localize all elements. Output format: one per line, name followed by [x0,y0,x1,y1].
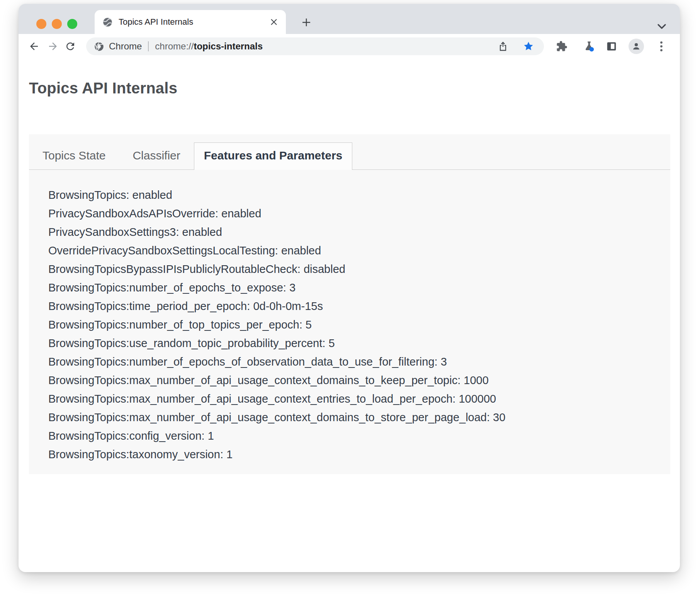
url-host: topics-internals [194,41,263,52]
tab-close-icon[interactable] [270,18,278,26]
parameter-separator: : [126,189,132,201]
traffic-light-close-button[interactable] [36,19,46,29]
parameter-label: PrivacySandboxSettings3 [48,226,176,238]
parameter-separator: : [215,207,221,220]
browser-window: Topics API Internals [19,4,680,572]
omnibox-site-label: Chrome [109,41,142,52]
parameter-label: BrowsingTopics:taxonomy_version [48,448,220,461]
parameter-line: BrowsingTopics:max_number_of_api_usage_c… [48,390,670,408]
parameter-value: 5 [306,318,312,331]
parameter-value: enabled [221,207,261,220]
parameter-separator: : [435,356,441,368]
parameters-list: BrowsingTopics: enabledPrivacySandboxAds… [48,186,670,464]
parameter-value: 3 [441,356,447,368]
omnibox[interactable]: Chrome chrome:// topics-internals [86,37,544,55]
url-scheme: chrome:// [155,41,194,52]
parameter-line: BrowsingTopics:max_number_of_api_usage_c… [48,408,670,427]
profile-avatar[interactable] [629,39,644,54]
plus-icon [301,17,312,28]
forward-icon[interactable] [47,41,59,52]
parameter-label: BrowsingTopics [48,189,126,201]
parameter-value: enabled [281,244,321,257]
parameter-separator: : [176,226,182,238]
parameter-separator: : [202,430,208,442]
parameter-line: BrowsingTopics:taxonomy_version: 1 [48,445,670,464]
parameter-value: 1 [208,430,214,442]
page-tab-features-and-parameters[interactable]: Features and Parameters [194,142,353,170]
parameter-separator: : [275,244,281,257]
browser-tab-strip: Topics API Internals [19,4,680,34]
parameter-label: BrowsingTopics:max_number_of_api_usage_c… [48,411,487,423]
tab-box-panel: Topics StateClassifierFeatures and Param… [29,134,670,474]
traffic-light-zoom-button[interactable] [67,19,77,29]
parameter-separator: : [457,374,464,386]
parameter-label: BrowsingTopics:use_random_topic_probabil… [48,337,322,349]
parameter-line: BrowsingTopics:config_version: 1 [48,427,670,445]
parameter-line: PrivacySandboxAdsAPIsOverride: enabled [48,204,670,223]
chrome-logo-icon [94,41,104,52]
parameter-separator: : [297,263,304,275]
globe-favicon-icon [102,17,113,27]
parameter-value: 3 [289,281,296,294]
parameter-value: disabled [304,263,345,275]
parameter-label: BrowsingTopics:number_of_epochs_of_obser… [48,356,435,368]
parameter-label: BrowsingTopics:config_version [48,430,202,442]
parameter-separator: : [322,337,328,349]
parameter-label: OverridePrivacySandboxSettingsLocalTesti… [48,244,275,257]
parameter-value: 100000 [459,393,496,405]
page-title: Topics API Internals [29,79,177,97]
parameter-separator: : [220,448,226,461]
person-icon [631,41,641,51]
parameter-line: BrowsingTopics:max_number_of_api_usage_c… [48,371,670,390]
parameter-separator: : [299,318,306,331]
parameter-line: PrivacySandboxSettings3: enabled [48,223,670,241]
parameter-label: BrowsingTopics:max_number_of_api_usage_c… [48,393,452,405]
extensions-puzzle-icon[interactable] [556,41,567,52]
parameter-line: BrowsingTopics:number_of_epochs_of_obser… [48,352,670,371]
parameter-separator: : [283,281,289,294]
tab-overview-chevron-icon[interactable] [655,23,668,30]
parameter-value: 1 [226,448,233,461]
omnibox-divider [148,41,149,51]
page-tab-topics-state[interactable]: Topics State [29,143,119,169]
parameter-label: PrivacySandboxAdsAPIsOverride [48,207,215,220]
browser-tab-title: Topics API Internals [119,17,270,27]
browser-tab-topics-api-internals[interactable]: Topics API Internals [95,10,286,34]
parameter-line: BrowsingTopicsBypassIPIsPubliclyRoutable… [48,260,670,278]
parameter-separator: : [487,411,493,423]
experiments-flask-icon[interactable] [583,41,595,52]
new-tab-button[interactable] [299,15,314,30]
parameter-value: enabled [182,226,222,238]
page-tab-row: Topics StateClassifierFeatures and Param… [29,134,670,170]
parameter-value: enabled [133,189,172,201]
parameter-value: 1000 [464,374,489,386]
parameter-line: BrowsingTopics: enabled [48,186,670,204]
parameter-line: BrowsingTopics:number_of_top_topics_per_… [48,315,670,334]
parameter-value: 5 [328,337,335,349]
reload-icon[interactable] [65,41,76,52]
parameter-value: 30 [493,411,505,423]
traffic-light-minimize-button[interactable] [52,19,62,29]
parameter-line: BrowsingTopics:time_period_per_epoch: 0d… [48,297,670,315]
bookmark-star-icon[interactable] [523,41,534,52]
parameter-label: BrowsingTopics:number_of_top_topics_per_… [48,318,299,331]
parameter-line: BrowsingTopics:number_of_epochs_to_expos… [48,278,670,297]
parameter-separator: : [247,300,253,312]
parameter-label: BrowsingTopics:max_number_of_api_usage_c… [48,374,457,386]
parameter-label: BrowsingTopicsBypassIPIsPubliclyRoutable… [48,263,297,275]
side-panel-icon[interactable] [606,41,617,52]
menu-kebab-icon[interactable] [658,41,664,52]
parameter-value: 0d-0h-0m-15s [253,300,323,312]
parameter-label: BrowsingTopics:number_of_epochs_to_expos… [48,281,283,294]
parameter-line: OverridePrivacySandboxSettingsLocalTesti… [48,241,670,260]
browser-toolbar: Chrome chrome:// topics-internals [19,34,680,59]
share-icon[interactable] [498,41,508,52]
back-icon[interactable] [28,41,40,52]
page-tab-classifier[interactable]: Classifier [119,143,194,169]
parameter-separator: : [452,393,459,405]
parameter-label: BrowsingTopics:time_period_per_epoch [48,300,247,312]
parameter-line: BrowsingTopics:use_random_topic_probabil… [48,334,670,352]
